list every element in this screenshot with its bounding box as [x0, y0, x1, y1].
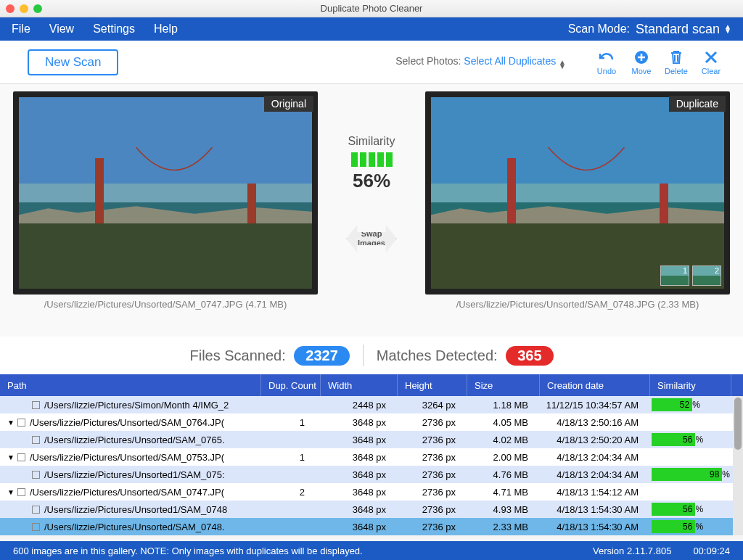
results-table: Path Dup. Count Width Height Size Creati…: [0, 374, 743, 535]
menu-settings[interactable]: Settings: [93, 22, 135, 36]
thumb-1[interactable]: 1: [660, 265, 689, 286]
scanmode-selector[interactable]: Standard scan: [636, 22, 720, 37]
disclose-icon[interactable]: ▼: [7, 453, 15, 461]
row-date: 4/18/13 2:50:20 AM: [540, 431, 650, 448]
row-size: 4.02 MB: [467, 431, 540, 448]
row-similarity: 56%: [650, 431, 731, 448]
thumb-1-num: 1: [683, 266, 687, 275]
row-height: 2736 px: [398, 518, 467, 535]
select-all-duplicates-link[interactable]: Select All Duplicates: [464, 55, 556, 67]
delete-button[interactable]: Delete: [659, 49, 694, 75]
row-date: 4/18/13 2:04:34 AM: [540, 466, 650, 483]
original-image[interactable]: Original: [13, 91, 318, 295]
duplicate-image[interactable]: Duplicate 1 2: [425, 91, 730, 295]
row-checkbox[interactable]: [32, 471, 40, 479]
similarity-percent: 56%: [353, 170, 390, 192]
row-width: 3648 px: [321, 483, 398, 501]
table-scrollbar[interactable]: [733, 396, 743, 535]
col-size[interactable]: Size: [467, 374, 540, 396]
row-width: 3648 px: [321, 501, 398, 518]
new-scan-button[interactable]: New Scan: [28, 49, 118, 75]
table-row[interactable]: /Users/lizzie/Pictures/Unsorted1/SAM_075…: [0, 466, 743, 483]
row-date: 4/18/13 1:54:30 AM: [540, 501, 650, 518]
row-size: 4.93 MB: [467, 501, 540, 518]
row-path: /Users/lizzie/Pictures/Unsorted/SAM_0765…: [44, 435, 225, 445]
row-checkbox[interactable]: [32, 401, 40, 409]
row-dup: [261, 501, 321, 518]
undo-button[interactable]: Undo: [589, 49, 624, 75]
row-similarity: [650, 483, 731, 501]
col-dup[interactable]: Dup. Count: [261, 374, 321, 396]
disclose-icon[interactable]: ▼: [7, 488, 15, 496]
col-height[interactable]: Height: [398, 374, 467, 396]
row-height: 2736 px: [398, 483, 467, 501]
col-width[interactable]: Width: [321, 374, 398, 396]
clear-button[interactable]: Clear: [694, 49, 728, 75]
row-width: 3648 px: [321, 518, 398, 535]
row-checkbox[interactable]: [17, 488, 25, 496]
row-height: 2736 px: [398, 413, 467, 431]
row-size: 2.00 MB: [467, 448, 540, 466]
similarity-label: Similarity: [348, 135, 395, 148]
row-similarity: 56%: [650, 501, 731, 518]
table-row[interactable]: /Users/lizzie/Pictures/Unsorted1/SAM_074…: [0, 501, 743, 518]
status-time: 00:09:24: [693, 545, 730, 556]
statusbar: 600 images are in this gallery. NOTE: On…: [0, 541, 743, 560]
table-row[interactable]: ▼/Users/lizzie/Pictures/Unsorted/SAM_075…: [0, 448, 743, 466]
matches-value: 365: [506, 346, 553, 366]
row-path: /Users/lizzie/Pictures/Unsorted/SAM_0764…: [30, 417, 224, 428]
col-path[interactable]: Path: [0, 374, 261, 396]
col-similarity[interactable]: Similarity: [650, 374, 731, 396]
scanmode-label: Scan Mode:: [568, 22, 630, 36]
scanned-label: Files Scanned:: [189, 347, 285, 363]
duplicate-column: Duplicate 1 2 /Users/lizzie/Pictures/Uns…: [425, 91, 730, 310]
row-dup: [261, 466, 321, 483]
sort-arrows-icon[interactable]: ▲▼: [724, 25, 731, 33]
row-height: 2736 px: [398, 466, 467, 483]
row-checkbox[interactable]: [32, 506, 40, 514]
table-row[interactable]: ▼/Users/lizzie/Pictures/Unsorted/SAM_074…: [0, 483, 743, 501]
row-path: /Users/lizzie/Pictures/Unsorted/SAM_0753…: [30, 452, 224, 463]
table-row[interactable]: ▼/Users/lizzie/Pictures/Unsorted/SAM_076…: [0, 413, 743, 431]
disclose-icon[interactable]: ▼: [7, 419, 15, 427]
swap-line1: Swap: [361, 229, 382, 238]
row-checkbox[interactable]: [32, 523, 40, 531]
menu-file[interactable]: File: [12, 22, 30, 36]
move-icon: [633, 49, 650, 65]
row-dup: [261, 396, 321, 413]
table-row[interactable]: /Users/lizzie/Pictures/Unsorted/SAM_0765…: [0, 431, 743, 448]
row-date: 4/18/13 1:54:12 AM: [540, 483, 650, 501]
swap-images-button[interactable]: SwapImages: [346, 215, 397, 262]
row-similarity: 56%: [650, 518, 731, 535]
table-row[interactable]: /Users/lizzie/Pictures/Simon/Month 4/IMG…: [0, 396, 743, 413]
row-dup: 2: [261, 483, 321, 501]
move-label: Move: [632, 67, 652, 75]
row-checkbox[interactable]: [17, 453, 25, 461]
select-photos: Select Photos: Select All Duplicates ▲▼: [395, 55, 566, 69]
row-checkbox[interactable]: [17, 419, 25, 427]
thumb-2[interactable]: 2: [692, 265, 721, 286]
row-size: 4.05 MB: [467, 413, 540, 431]
menu-view[interactable]: View: [49, 22, 74, 36]
row-path: /Users/lizzie/Pictures/Unsorted1/SAM_075…: [44, 469, 225, 480]
undo-label: Undo: [597, 67, 616, 75]
original-badge: Original: [264, 96, 313, 112]
status-version: Version 2.11.7.805: [593, 545, 671, 556]
menu-help[interactable]: Help: [154, 22, 178, 36]
delete-label: Delete: [665, 67, 688, 75]
row-date: 11/12/15 10:34:57 AM: [540, 396, 650, 413]
original-path: /Users/lizzie/Pictures/Unsorted/SAM_0747…: [13, 299, 318, 310]
table-row[interactable]: /Users/lizzie/Pictures/Unsorted/SAM_0748…: [0, 518, 743, 535]
move-button[interactable]: Move: [624, 49, 659, 75]
row-path: /Users/lizzie/Pictures/Unsorted1/SAM_074…: [44, 504, 227, 515]
toolbar: New Scan Select Photos: Select All Dupli…: [0, 41, 743, 84]
status-message: 600 images are in this gallery. NOTE: On…: [13, 545, 363, 556]
minimize-icon[interactable]: [20, 4, 28, 13]
row-checkbox[interactable]: [32, 436, 40, 444]
row-height: 2736 px: [398, 431, 467, 448]
row-path: /Users/lizzie/Pictures/Unsorted/SAM_0747…: [30, 487, 224, 498]
maximize-icon[interactable]: [33, 4, 42, 13]
col-date[interactable]: Creation date: [540, 374, 650, 396]
close-icon[interactable]: [6, 4, 15, 13]
select-arrows-icon[interactable]: ▲▼: [559, 60, 566, 69]
